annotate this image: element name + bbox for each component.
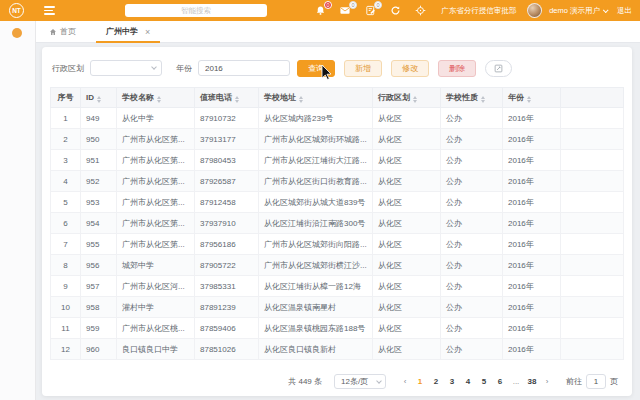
table-cell: 广州市从化区第...	[117, 234, 195, 255]
column-header[interactable]: 学校名称	[117, 88, 195, 108]
table-cell: 城郊中学	[117, 255, 195, 276]
table-row[interactable]: 1949从化中学87910732从化区城内路239号从化区公办2016年	[51, 108, 624, 129]
table-cell: 6	[51, 213, 81, 234]
edit-button[interactable]: 修改	[391, 60, 429, 77]
mail-icon[interactable]: 0	[339, 5, 351, 17]
add-button[interactable]: 新增	[344, 60, 382, 77]
table-cell: 2016年	[503, 339, 561, 360]
table-cell: 5	[51, 192, 81, 213]
logout-button[interactable]: 退出	[617, 6, 632, 16]
table-cell: 950	[81, 129, 117, 150]
bell-icon[interactable]: 0	[314, 5, 326, 17]
sidebar-dot-icon[interactable]	[12, 28, 22, 38]
sort-carets-icon[interactable]	[97, 96, 101, 103]
sort-carets-icon[interactable]	[481, 96, 485, 103]
table-cell: 从化区温泉镇南星村	[259, 297, 373, 318]
page-number-button[interactable]: 3	[444, 377, 460, 386]
column-header[interactable]: 行政区划	[373, 88, 441, 108]
refresh-icon[interactable]	[389, 5, 401, 17]
todo-icon[interactable]: 0	[364, 5, 376, 17]
tab-guangzhou-school[interactable]: 广州中学 ×	[98, 21, 158, 42]
year-input[interactable]	[198, 60, 290, 76]
table-row[interactable]: 8956城郊中学87905722广州市从化区城郊街横江沙...从化区公办2016…	[51, 255, 624, 276]
table-cell-empty	[561, 255, 624, 276]
table-row[interactable]: 9957广州市从化区河...37985331从化区江埔街从樟一路12海从化区公办…	[51, 276, 624, 297]
table-cell: 公办	[441, 234, 503, 255]
hamburger-icon[interactable]	[44, 6, 55, 15]
sort-carets-icon[interactable]	[235, 96, 239, 103]
prev-page-button[interactable]: ‹	[398, 377, 412, 386]
table-cell: 87926587	[195, 171, 259, 192]
region-select[interactable]	[90, 60, 162, 76]
page-number-button[interactable]: 5	[476, 377, 492, 386]
chevron-down-icon	[151, 64, 157, 70]
page-number-button[interactable]: 4	[460, 377, 476, 386]
table-cell: 从化区城郊街从城大道839号	[259, 192, 373, 213]
table-row[interactable]: 3951广州市从化区第...87980453广州市从化区江埔街大江路...从化区…	[51, 150, 624, 171]
table-row[interactable]: 12960良口镇良口中学87851026从化区良口镇良新村从化区公办2016年	[51, 339, 624, 360]
table-cell: 87905722	[195, 255, 259, 276]
table-cell: 从化区	[373, 234, 441, 255]
table-cell-empty	[561, 318, 624, 339]
chevron-down-icon	[376, 378, 382, 384]
locate-icon[interactable]	[414, 5, 426, 17]
sort-carets-icon[interactable]	[157, 96, 161, 103]
column-header[interactable]: 学校地址	[259, 88, 373, 108]
column-header[interactable]: 值班电话	[195, 88, 259, 108]
table-cell: 955	[81, 234, 117, 255]
delete-button[interactable]: 删除	[438, 60, 476, 77]
page-number-button[interactable]: 6	[492, 377, 508, 386]
table-cell: 从化中学	[117, 108, 195, 129]
table-row[interactable]: 7955广州市从化区第...87956186广州市从化区城郊街向阳路...从化区…	[51, 234, 624, 255]
org-name: 广东省分行授信审批部	[441, 6, 516, 16]
table-cell: 87859406	[195, 318, 259, 339]
table-cell: 公办	[441, 108, 503, 129]
table-cell: 广州市从化区第...	[117, 150, 195, 171]
query-button[interactable]: 查询	[297, 60, 335, 77]
table-cell: 956	[81, 255, 117, 276]
column-header-empty	[561, 88, 624, 108]
column-header[interactable]: 学校性质	[441, 88, 503, 108]
table-row[interactable]: 6954广州市从化区第...37937910从化区江埔街沿江南路300号从化区公…	[51, 213, 624, 234]
table-row[interactable]: 5953广州市从化区第...87912458从化区城郊街从城大道839号从化区公…	[51, 192, 624, 213]
sort-carets-icon[interactable]	[413, 96, 417, 103]
table-cell: 7	[51, 234, 81, 255]
table-row[interactable]: 2950广州市从化区第...37913177广州市从化区城郊街环城路...从化区…	[51, 129, 624, 150]
page-number-button[interactable]: 1	[412, 377, 428, 386]
sort-carets-icon[interactable]	[527, 96, 531, 103]
table-cell-empty	[561, 339, 624, 360]
table-cell: 2016年	[503, 108, 561, 129]
table-cell: 从化区	[373, 129, 441, 150]
page-ellipsis: ...	[508, 377, 524, 386]
table-cell: 2016年	[503, 234, 561, 255]
column-header: 序号	[51, 88, 81, 108]
goto-label: 前往	[566, 376, 582, 387]
user-name[interactable]: demo 演示用户	[549, 6, 600, 16]
goto-page-input[interactable]	[586, 374, 606, 389]
table-cell: 从化区城内路239号	[259, 108, 373, 129]
next-page-button[interactable]: ›	[540, 377, 554, 386]
page-number-button[interactable]: 2	[428, 377, 444, 386]
close-icon[interactable]: ×	[145, 27, 150, 37]
table-row[interactable]: 10958灌村中学87891239从化区温泉镇南星村从化区公办2016年	[51, 297, 624, 318]
column-header[interactable]: ID	[81, 88, 117, 108]
export-button[interactable]	[485, 60, 512, 77]
search-input[interactable]	[125, 4, 267, 17]
column-header[interactable]: 年份	[503, 88, 561, 108]
table-cell: 4	[51, 171, 81, 192]
table-row[interactable]: 11959广州市从化区桃...87859406从化区温泉镇桃园东路188号从化区…	[51, 318, 624, 339]
tab-active-label: 广州中学	[106, 26, 138, 37]
table-cell: 954	[81, 213, 117, 234]
table-row[interactable]: 4952广州市从化区第...87926587广州市从化区街口街教育路...从化区…	[51, 171, 624, 192]
sort-carets-icon[interactable]	[299, 96, 303, 103]
avatar[interactable]	[527, 3, 542, 18]
page-size-select[interactable]: 12条/页	[334, 374, 386, 389]
table-cell: 良口镇良口中学	[117, 339, 195, 360]
chevron-down-icon[interactable]	[603, 7, 609, 13]
table-cell-empty	[561, 213, 624, 234]
tab-home[interactable]: 首页	[49, 21, 76, 42]
page-number-button[interactable]: 38	[524, 377, 540, 386]
table-cell: 953	[81, 192, 117, 213]
table-cell: 2016年	[503, 150, 561, 171]
table-cell: 广州市从化区城郊街向阳路...	[259, 234, 373, 255]
